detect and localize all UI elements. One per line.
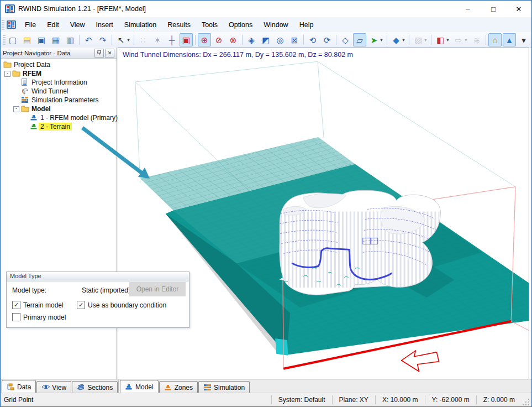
open-file-icon[interactable]: ▤	[20, 33, 34, 46]
rotate-cw-icon[interactable]: ⟳	[320, 33, 334, 46]
toolbar-separator	[195, 35, 196, 45]
selection-pointer-icon[interactable]: ↖▼	[114, 33, 128, 46]
primary-model-checkbox[interactable]: Primary model	[12, 313, 66, 321]
status-plane: Plane: XY	[332, 395, 375, 404]
rotate-ccw-icon[interactable]: ⟲	[306, 33, 319, 46]
show-terrain-toggle-icon[interactable]: ▲	[503, 33, 516, 46]
fit-view-icon[interactable]: ⊠	[288, 33, 301, 46]
eye-icon	[41, 384, 50, 391]
app-icon	[5, 4, 15, 13]
use-as-boundary-condition-checkbox[interactable]: ✓ Use as boundary condition	[77, 301, 166, 309]
menu-simulation[interactable]: Simulation	[119, 19, 162, 31]
simulation-tab-icon	[203, 384, 212, 391]
redo-icon[interactable]: ↷	[96, 33, 109, 46]
tree-item-wind-tunnel[interactable]: Wind Tunnel	[1, 87, 117, 96]
rwind-application-window: RWIND Simulation 1.21 - [RFEM*, Model] −…	[0, 0, 532, 407]
solid-display-icon[interactable]: ◆▼	[389, 33, 403, 46]
pin-icon[interactable]	[94, 49, 104, 58]
checkbox-box[interactable]	[12, 313, 20, 321]
zoom-window-icon[interactable]: ◎	[273, 33, 287, 46]
zoom-extents-icon[interactable]: ◈	[245, 33, 258, 46]
tab-label: Zones	[175, 384, 193, 392]
dialog-title: Model Type	[7, 272, 189, 281]
navigator-title: Project Navigator - Data	[3, 50, 71, 56]
tab-label: Data	[17, 383, 31, 391]
tree-item-project-information[interactable]: Project Information	[1, 78, 117, 87]
tree-item-1-rfem-model-primary[interactable]: 1 - RFEM model (Primary)	[1, 113, 117, 122]
model-primary-icon	[30, 114, 39, 122]
rotation-mode-z-icon[interactable]: ⊗	[227, 33, 240, 46]
new-file-icon[interactable]: ▢	[6, 33, 19, 46]
tab-label: Model	[135, 383, 154, 391]
snap-points-icon[interactable]: ∷	[136, 33, 150, 46]
status-bar: Grid Point System: Default Plane: XY X: …	[1, 393, 531, 406]
tree-item-rfem[interactable]: -RFEM	[1, 69, 117, 78]
menu-tools[interactable]: Tools	[196, 19, 223, 31]
result-arrows-icon[interactable]: ⇨▼	[452, 33, 465, 46]
open-in-editor-button[interactable]: Open in Editor	[129, 282, 186, 296]
status-z-coordinate: Z: 0.000 m	[476, 395, 522, 404]
toolbar-separator	[112, 35, 112, 45]
model-tab-icon	[125, 383, 133, 390]
tab-model[interactable]: Model	[120, 380, 159, 393]
section-plane-icon[interactable]: ▨▼	[412, 33, 425, 46]
snap-cross-icon[interactable]: ┼	[165, 33, 178, 46]
terrain-model-checkbox[interactable]: ✓ Terrain model	[12, 301, 64, 309]
model-type-dialog: Model Type Model type: Static (imported)…	[6, 272, 189, 328]
streamlines-icon[interactable]: ≋	[470, 33, 483, 46]
menu-insert[interactable]: Insert	[91, 19, 119, 31]
menu-file[interactable]: File	[19, 19, 41, 31]
save-icon[interactable]: ▣	[35, 33, 48, 46]
window-maximize-button[interactable]: □	[481, 1, 506, 17]
tree-item-project-data[interactable]: Project Data	[1, 60, 117, 69]
window-minimize-button[interactable]: −	[455, 1, 481, 17]
tree-item-2-terrain[interactable]: 2 - Terrain	[1, 122, 117, 131]
toolbar-overflow-icon[interactable]: ▾	[517, 33, 530, 46]
tree-expander-icon[interactable]: -	[13, 106, 19, 112]
tab-simulation[interactable]: Simulation	[198, 381, 250, 393]
model-type-value: Static (imported)	[82, 286, 130, 294]
tree-item-simulation-parameters[interactable]: Simulation Parameters	[1, 96, 117, 105]
isometric-view-icon[interactable]: ◇	[339, 33, 352, 46]
menu-help[interactable]: Help	[294, 19, 319, 31]
menu-window[interactable]: Window	[258, 19, 293, 31]
rotation-mode-x-icon[interactable]: ⊕	[198, 33, 211, 46]
undo-icon[interactable]: ↶	[82, 33, 95, 46]
tab-sections[interactable]: Sections	[72, 381, 118, 393]
toolbar-separator	[409, 35, 409, 45]
menu-options[interactable]: Options	[223, 19, 258, 31]
print-icon[interactable]: ▥	[64, 33, 77, 46]
tree-item-label: Project Information	[30, 79, 89, 86]
wireframe-display-icon[interactable]: ▱	[353, 33, 366, 46]
checkbox-box[interactable]: ✓	[12, 301, 20, 309]
snap-grid-icon[interactable]: ▣	[180, 33, 193, 46]
resize-grip[interactable]	[523, 398, 530, 405]
show-model-toggle-icon[interactable]: ⌂	[488, 33, 502, 46]
snap-objects-icon[interactable]: ✶	[151, 33, 164, 46]
print-preview-icon[interactable]: ▦	[49, 33, 62, 46]
tree-item-label: 1 - RFEM model (Primary)	[39, 114, 119, 122]
tab-data[interactable]: Data	[2, 380, 36, 393]
pan-view-icon[interactable]: ◩	[259, 33, 272, 46]
checkbox-label: Use as boundary condition	[88, 301, 166, 309]
menu-results[interactable]: Results	[162, 19, 196, 31]
menu-view[interactable]: View	[65, 19, 91, 31]
model-viewport[interactable]: Wind Tunnel Dimensions: Dx = 266.117 m, …	[118, 48, 529, 380]
window-title: RWIND Simulation 1.21 - [RFEM*, Model]	[18, 5, 146, 13]
wind-direction-arrow	[402, 351, 439, 372]
tree-item-label: Project Data	[12, 61, 52, 69]
tab-zones[interactable]: Zones	[159, 381, 198, 393]
tree-expander-icon[interactable]: -	[4, 71, 10, 77]
rotation-mode-y-icon[interactable]: ⊘	[212, 33, 225, 46]
tree-item-model[interactable]: -Model	[1, 105, 117, 113]
checkbox-box[interactable]: ✓	[77, 301, 85, 309]
close-icon[interactable]: ✕	[105, 49, 114, 58]
clipping-box-icon[interactable]: ◧▼	[434, 33, 447, 46]
sections-icon	[77, 384, 85, 391]
tab-view[interactable]: View	[36, 381, 71, 393]
window-close-button[interactable]: ✕	[506, 1, 531, 17]
menu-edit[interactable]: Edit	[41, 19, 65, 31]
bottom-tab-row: DataViewSections ModelZonesSimulation	[1, 379, 531, 393]
folder-icon	[21, 105, 30, 113]
view-direction-icon[interactable]: ➤▼	[367, 33, 381, 46]
